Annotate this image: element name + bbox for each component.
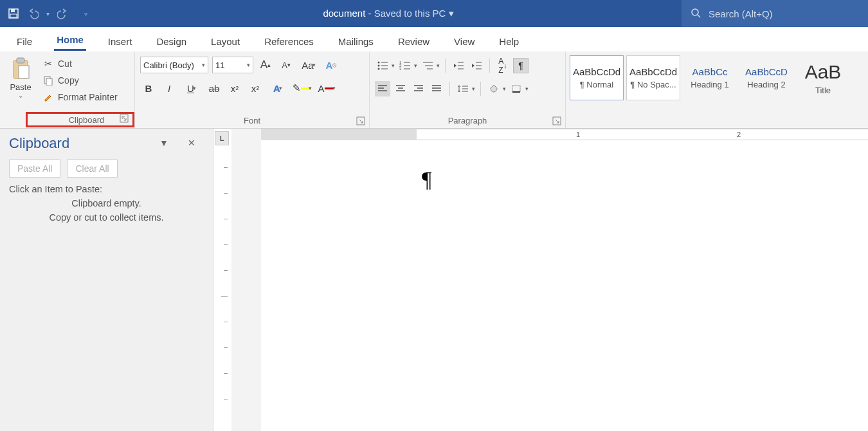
svg-rect-7 — [19, 66, 29, 78]
style-normal[interactable]: AaBbCcDd ¶ Normal — [570, 55, 624, 100]
grow-font-button[interactable]: A▴ — [257, 57, 274, 73]
chevron-down-icon[interactable]: ⌄ — [18, 92, 23, 99]
quick-access-toolbar: ▾ ▿ — [0, 8, 95, 19]
justify-button[interactable] — [429, 81, 444, 96]
shading-button[interactable] — [486, 81, 502, 96]
bold-button[interactable]: B — [140, 80, 157, 96]
tab-mailings[interactable]: Mailings — [336, 31, 376, 51]
style-title[interactable]: AaB Title — [796, 55, 850, 100]
shrink-font-button[interactable]: A▾ — [278, 57, 294, 73]
svg-point-3 — [692, 9, 698, 15]
highlight-button[interactable]: ✎▾ — [292, 80, 312, 96]
tab-home[interactable]: Home — [54, 29, 86, 51]
vertical-ruler[interactable]: L — [213, 129, 231, 431]
increase-indent-button[interactable] — [469, 58, 484, 73]
font-size-combo[interactable]: 11▾ — [212, 57, 253, 73]
paragraph-launcher-icon[interactable] — [552, 116, 561, 125]
paste-button[interactable]: Paste ⌄ — [5, 54, 36, 99]
paragraph-mark: ¶ — [422, 167, 431, 191]
tab-selector-icon[interactable]: L — [215, 131, 229, 145]
group-label-paragraph: Paragraph — [370, 113, 565, 128]
svg-rect-1 — [11, 9, 15, 12]
pane-hint: Click an Item to Paste: — [9, 184, 204, 194]
format-painter-label: Format Painter — [58, 92, 118, 102]
doc-name: document — [323, 8, 365, 19]
paste-all-button[interactable]: Paste All — [9, 160, 60, 178]
tab-references[interactable]: References — [262, 31, 316, 51]
svg-point-14 — [378, 65, 380, 67]
svg-rect-2 — [10, 14, 17, 17]
tab-review[interactable]: Review — [395, 31, 432, 51]
cut-button[interactable]: ✂ Cut — [42, 58, 118, 69]
group-label-styles — [566, 100, 868, 116]
copy-button[interactable]: Copy — [42, 75, 118, 86]
pane-empty-2: Copy or cut to collect items. — [9, 212, 204, 223]
pane-close-icon[interactable]: ✕ — [188, 138, 195, 148]
tab-view[interactable]: View — [451, 31, 477, 51]
sort-button[interactable]: AZ↓ — [495, 58, 511, 73]
clear-formatting-button[interactable]: A⦸ — [323, 57, 339, 73]
pane-options-icon[interactable]: ▼ — [159, 138, 168, 148]
bullets-button[interactable] — [375, 58, 390, 73]
qat-customize-icon[interactable]: ▿ — [84, 10, 87, 17]
svg-rect-9 — [46, 78, 52, 86]
numbering-button[interactable]: 123 — [397, 58, 413, 73]
search-bar[interactable]: Search (Alt+Q) — [682, 0, 868, 27]
svg-line-4 — [698, 15, 700, 17]
tab-file[interactable]: File — [14, 31, 35, 51]
title-bar: ▾ ▿ document - Saved to this PC ▾ Search… — [0, 0, 868, 27]
ribbon: Paste ⌄ ✂ Cut Copy Form — [0, 51, 868, 129]
line-spacing-button[interactable] — [455, 81, 471, 96]
style-heading1[interactable]: AaBbCc Heading 1 — [683, 55, 737, 100]
copy-label: Copy — [58, 75, 79, 86]
redo-icon[interactable] — [57, 8, 69, 19]
svg-text:3: 3 — [399, 67, 402, 71]
paste-label: Paste — [10, 82, 31, 92]
subscript-button[interactable]: x2 — [226, 80, 243, 96]
text-effects-button[interactable]: A▾ — [267, 80, 288, 96]
horizontal-ruler[interactable]: 1 2 — [261, 129, 868, 142]
search-icon — [691, 8, 701, 20]
italic-button[interactable]: I — [161, 80, 177, 96]
cut-label: Cut — [58, 59, 72, 69]
tab-insert[interactable]: Insert — [105, 31, 135, 51]
tab-layout[interactable]: Layout — [208, 31, 242, 51]
format-painter-button[interactable]: Format Painter — [42, 91, 118, 103]
align-center-button[interactable] — [393, 81, 408, 96]
change-case-button[interactable]: Aa▾ — [298, 57, 319, 73]
save-status: Saved to this PC — [374, 8, 446, 19]
strikethrough-button[interactable]: ab — [206, 80, 222, 96]
undo-icon[interactable] — [27, 8, 39, 19]
svg-point-16 — [378, 68, 380, 70]
copy-icon — [42, 75, 54, 86]
undo-dropdown-icon[interactable]: ▾ — [46, 10, 50, 17]
decrease-indent-button[interactable] — [451, 58, 466, 73]
group-paragraph: ▾ 123▾ ▾ AZ↓ ¶ ▾ — [370, 51, 566, 128]
font-launcher-icon[interactable] — [356, 116, 365, 125]
group-font: Calibri (Body)▾ 11▾ A▴ A▾ Aa▾ A⦸ B I U▾ … — [135, 51, 370, 128]
clear-all-button[interactable]: Clear All — [67, 160, 117, 178]
save-icon[interactable] — [8, 8, 19, 19]
tab-design[interactable]: Design — [154, 31, 189, 51]
document-area: L 1 2 ¶ — [213, 129, 868, 431]
style-no-spacing[interactable]: AaBbCcDd ¶ No Spac... — [626, 55, 680, 100]
style-heading2[interactable]: AaBbCcD Heading 2 — [739, 55, 793, 100]
document-page[interactable]: ¶ — [261, 142, 868, 431]
superscript-button[interactable]: x2 — [247, 80, 264, 96]
gutter — [231, 129, 261, 431]
multilevel-button[interactable] — [420, 58, 435, 73]
svg-rect-48 — [512, 86, 520, 92]
font-name-combo[interactable]: Calibri (Body)▾ — [140, 57, 208, 73]
show-marks-button[interactable]: ¶ — [513, 58, 529, 73]
align-right-button[interactable] — [411, 81, 426, 96]
clipboard-launcher-icon[interactable] — [120, 114, 129, 123]
clipboard-pane: Clipboard ▼ ✕ Paste All Clear All Click … — [0, 129, 213, 431]
underline-button[interactable]: U▾ — [181, 80, 202, 96]
tab-help[interactable]: Help — [496, 31, 521, 51]
window-title: document - Saved to this PC ▾ — [95, 8, 682, 19]
font-color-button[interactable]: A▾ — [316, 80, 337, 96]
scissors-icon: ✂ — [42, 58, 54, 69]
group-label-clipboard: Clipboard — [26, 112, 134, 127]
align-left-button[interactable] — [375, 81, 390, 96]
borders-button[interactable] — [509, 81, 524, 96]
